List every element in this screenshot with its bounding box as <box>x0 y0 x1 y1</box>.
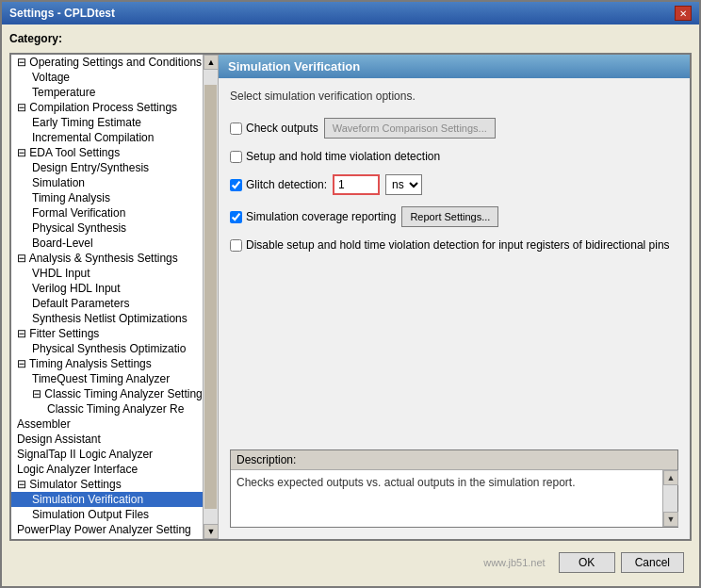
tree-item-synthesis-netlist[interactable]: Synthesis Netlist Optimizations <box>11 311 203 326</box>
tree-item-incremental[interactable]: Incremental Compilation <box>11 130 203 145</box>
tree-item-analysis-synthesis[interactable]: ⊟ Analysis & Synthesis Settings <box>11 251 203 266</box>
desc-scroll-track <box>663 485 677 512</box>
check-outputs-checkbox[interactable] <box>230 122 242 135</box>
report-settings-button[interactable]: Report Settings... <box>401 206 498 227</box>
main-panels: ⊟ Operating Settings and ConditionsVolta… <box>9 53 692 541</box>
setup-hold-text: Setup and hold time violation detection <box>246 150 440 163</box>
scroll-down-arrow[interactable]: ▼ <box>204 524 219 539</box>
tree-item-simulation-verification[interactable]: Simulation Verification <box>11 492 203 507</box>
desc-scroll-down[interactable]: ▼ <box>663 512 678 527</box>
glitch-detection-text: Glitch detection: <box>246 178 327 191</box>
setup-hold-label[interactable]: Setup and hold time violation detection <box>230 150 440 163</box>
desc-scroll-up[interactable]: ▲ <box>663 470 678 485</box>
setup-hold-row: Setup and hold time violation detection <box>230 148 678 165</box>
tree-item-timequest[interactable]: TimeQuest Timing Analyzer <box>11 371 203 386</box>
tree-item-eda[interactable]: ⊟ EDA Tool Settings <box>11 145 203 160</box>
scroll-thumb[interactable] <box>204 85 217 509</box>
right-panel: Simulation Verification Select simulatio… <box>219 55 690 539</box>
main-window: Settings - CPLDtest ✕ Category: ⊟ Operat… <box>0 0 701 588</box>
category-label: Category: <box>9 32 692 45</box>
tree-item-simulation-output[interactable]: Simulation Output Files <box>11 507 203 522</box>
glitch-value-input[interactable] <box>333 174 380 195</box>
glitch-detection-row: Glitch detection: ps ns us <box>230 172 678 197</box>
tree-item-formal-verification[interactable]: Formal Verification <box>11 205 203 220</box>
check-outputs-text: Check outputs <box>246 122 318 135</box>
waveform-comparison-button[interactable]: Waveform Comparison Settings... <box>324 118 496 139</box>
coverage-checkbox[interactable] <box>230 211 242 223</box>
coverage-row: Simulation coverage reporting Report Set… <box>230 204 678 229</box>
left-panel: ⊟ Operating Settings and ConditionsVolta… <box>11 55 219 539</box>
bottom-bar: www.jb51.net OK Cancel <box>9 547 692 579</box>
tree-item-board-level[interactable]: Board-Level <box>11 236 203 251</box>
tree-item-physical-synth-opt[interactable]: Physical Synthesis Optimizatio <box>11 341 203 356</box>
description-text: Checks expected outputs vs. actual outpu… <box>236 476 576 489</box>
disable-option-row: Disable setup and hold time violation de… <box>230 237 678 253</box>
glitch-unit-select[interactable]: ps ns us <box>385 174 422 195</box>
tree-item-timing-analysis-settings[interactable]: ⊟ Timing Analysis Settings <box>11 356 203 371</box>
panel-header: Simulation Verification <box>219 55 690 78</box>
tree-item-classic-timing-report[interactable]: Classic Timing Analyzer Re <box>11 401 203 416</box>
tree-item-powerplay[interactable]: PowerPlay Power Analyzer Setting <box>11 522 203 537</box>
left-scrollbar[interactable]: ▲ ▼ <box>203 55 218 539</box>
glitch-detection-checkbox[interactable] <box>230 179 242 191</box>
window-title: Settings - CPLDtest <box>9 7 115 20</box>
tree-item-logic-analyzer-interface[interactable]: Logic Analyzer Interface <box>11 462 203 477</box>
close-button[interactable]: ✕ <box>675 6 692 21</box>
description-section: Description: Checks expected outputs vs.… <box>230 449 678 528</box>
content-area: Category: ⊟ Operating Settings and Condi… <box>2 24 699 586</box>
disable-option-text: Disable setup and hold time violation de… <box>246 238 670 252</box>
description-header: Description: <box>231 450 677 470</box>
ok-button[interactable]: OK <box>559 552 615 573</box>
panel-body: Select simulation verification options. … <box>219 78 690 539</box>
tree-item-timing-analysis[interactable]: Timing Analysis <box>11 190 203 205</box>
tree-item-classic-timing[interactable]: ⊟ Classic Timing Analyzer Setting <box>11 386 203 401</box>
description-scrollbar[interactable]: ▲ ▼ <box>662 470 677 527</box>
tree-item-operating[interactable]: ⊟ Operating Settings and Conditions <box>11 55 203 70</box>
coverage-text: Simulation coverage reporting <box>246 210 396 223</box>
tree-item-temperature[interactable]: Temperature <box>11 85 203 100</box>
tree-item-signaltap[interactable]: SignalTap II Logic Analyzer <box>11 447 203 462</box>
check-outputs-label[interactable]: Check outputs <box>230 122 318 135</box>
tree-item-compilation[interactable]: ⊟ Compilation Process Settings <box>11 100 203 115</box>
disable-option-label[interactable]: Disable setup and hold time violation de… <box>230 238 670 252</box>
glitch-detection-label[interactable]: Glitch detection: <box>230 178 327 191</box>
tree-item-design-entry[interactable]: Design Entry/Synthesis <box>11 160 203 175</box>
tree-item-early-timing[interactable]: Early Timing Estimate <box>11 115 203 130</box>
tree-item-fitter[interactable]: ⊟ Fitter Settings <box>11 326 203 341</box>
description-body: Checks expected outputs vs. actual outpu… <box>231 470 677 527</box>
spacer <box>230 261 678 442</box>
watermark: www.jb51.net <box>483 557 545 568</box>
setup-hold-checkbox[interactable] <box>230 151 242 163</box>
title-bar: Settings - CPLDtest ✕ <box>2 2 699 24</box>
cancel-button[interactable]: Cancel <box>621 552 684 573</box>
disable-option-checkbox[interactable] <box>230 239 242 252</box>
tree-item-voltage[interactable]: Voltage <box>11 70 203 85</box>
check-outputs-row: Check outputs Waveform Comparison Settin… <box>230 116 678 140</box>
coverage-label[interactable]: Simulation coverage reporting <box>230 210 396 223</box>
tree-item-simulation[interactable]: Simulation <box>11 175 203 190</box>
tree-item-vhdl-input[interactable]: VHDL Input <box>11 266 203 281</box>
select-text: Select simulation verification options. <box>230 90 678 103</box>
scroll-up-arrow[interactable]: ▲ <box>204 55 219 70</box>
tree-item-design-assistant[interactable]: Design Assistant <box>11 432 203 447</box>
tree-item-assembler[interactable]: Assembler <box>11 416 203 432</box>
tree-item-physical-synthesis[interactable]: Physical Synthesis <box>11 220 203 236</box>
tree-item-default-params[interactable]: Default Parameters <box>11 296 203 311</box>
tree-item-verilog-hdl[interactable]: Verilog HDL Input <box>11 281 203 296</box>
tree-item-simulator-settings[interactable]: ⊟ Simulator Settings <box>11 477 203 492</box>
